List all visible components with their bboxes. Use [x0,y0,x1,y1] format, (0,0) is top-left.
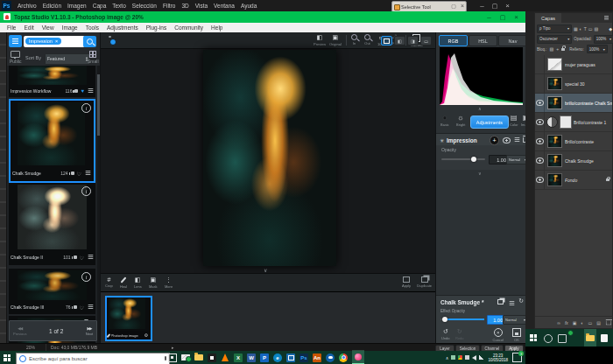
topaz-titlebar[interactable]: Topaz Studio V1.10.3 - Photoshop image @… [0,11,525,23]
zoom-in-button[interactable]: In [351,34,357,46]
tab-rgb[interactable]: RGB [439,35,468,46]
topaz-maximize-button[interactable]: ▢ [500,14,506,21]
ps-close-button[interactable]: × [505,2,510,10]
vlc-button[interactable] [221,354,229,361]
preset-item-impression-workflow[interactable]: Impression Workflow 116 ♥ [9,66,95,97]
visibility-toggle-off[interactable] [535,55,545,74]
new-group-icon[interactable]: ▭ [588,320,593,326]
view-sidebyside-button[interactable]: ◨ [407,36,419,46]
info-icon[interactable]: i [81,272,91,282]
menu-seleccion[interactable]: Selección [132,3,157,9]
onedrive-button[interactable] [326,354,335,362]
mask-tool-button[interactable]: ▣Mask [149,276,158,289]
heart-icon[interactable]: ♥ [81,88,84,94]
tray-expand-icon[interactable]: ∧ [446,355,449,360]
thumbs-up-icon[interactable] [74,305,77,309]
opacity-slider-knob[interactable] [471,157,476,162]
search-tag[interactable]: Impression × [25,38,61,45]
layer-name[interactable]: Fondo [565,178,603,183]
topaz-menu-plugins[interactable]: Plug-ins [146,24,166,31]
menu-ayuda[interactable]: Ayuda [241,3,257,9]
canvas-collapse-icon[interactable]: ∨ [264,267,267,273]
effect-slider-knob[interactable] [442,317,447,322]
impression-header[interactable]: ✳ Impression + [436,133,533,146]
topaz-menu-view[interactable]: View [42,24,54,31]
layer-style-icon[interactable]: fx [565,320,568,326]
visibility-toggle[interactable] [535,132,545,150]
layer-name[interactable]: brillo/contraste Chalk Smudge II [565,101,612,106]
topaz-taskbar-button[interactable] [352,350,364,364]
bright-tool-button[interactable]: ☼Bright [456,114,465,127]
status-arrow-icon[interactable]: ▸ [172,345,174,350]
new-layer-icon[interactable]: ▤ [596,320,601,326]
menu-3d[interactable]: 3D [181,3,188,9]
impression-collapse-icon[interactable]: ∨ [478,171,482,176]
link-layers-icon[interactable]: ∞ [557,320,560,326]
view-split-button[interactable]: ◧ [394,36,405,46]
filter-smart-icon[interactable]: ▨ [595,26,599,32]
layer-row-special-30[interactable]: special 30 [535,74,612,94]
filter-pixel-icon[interactable]: ▦ [574,26,578,32]
search-button[interactable] [83,36,96,47]
effect-copy-icon[interactable] [497,299,504,304]
visibility-toggle[interactable] [535,94,545,112]
visibility-toggle[interactable] [535,113,545,131]
blend-mode-dropdown[interactable]: Oscurecer▾ [537,35,572,44]
tab-hsl[interactable]: HSL [469,35,497,46]
start-button[interactable] [4,354,11,361]
layer-fill-dropdown[interactable]: 100%▾ [587,45,608,53]
view-dual-button[interactable]: ▭ [420,36,432,46]
menu-edicion[interactable]: Edición [43,3,61,9]
menu-texto[interactable]: Texto [112,3,126,9]
heal-tool-button[interactable]: Heal [120,276,127,289]
ps-minimize-button[interactable]: – [480,2,483,10]
menu-vista[interactable]: Vista [195,3,208,9]
topaz-menu-edit[interactable]: Edit [24,24,33,31]
preset-menu-icon[interactable] [86,171,91,172]
impression-visibility-toggle[interactable] [503,137,511,144]
excel-button[interactable]: X [234,354,243,362]
topaz-menu-image[interactable]: Image [62,24,78,31]
layer-name[interactable]: Brillo/contraste [565,139,612,144]
preset-item-chalk-smudge[interactable]: i Chalk Smudge 124 ♡ [9,99,95,183]
layer-row-chalk-smudge[interactable]: Chalk Smudge [535,151,612,171]
tray-icon-3[interactable] [465,355,469,360]
ok-button[interactable]: OK [512,328,521,342]
microphone-icon[interactable] [165,356,167,360]
network-icon[interactable] [479,355,483,360]
menu-ventana[interactable]: Ventana [214,3,235,9]
taskview-button-2[interactable] [558,334,567,343]
store-app-button[interactable] [208,354,216,362]
adjustments-button[interactable]: Adjustments [470,116,509,129]
layer-name[interactable]: Chalk Smudge [565,158,612,164]
preset-menu-icon[interactable] [88,88,94,89]
add-mask-icon[interactable]: ▣ [573,320,577,326]
topaz-menu-tools[interactable]: Tools [86,24,99,31]
visibility-toggle[interactable] [535,171,545,189]
crop-tool-button[interactable]: #Crop [105,276,113,288]
info-icon[interactable]: i [81,186,91,196]
action-center-button[interactable]: 3 [512,353,522,362]
animate-button[interactable]: An [313,354,321,362]
explorer-button-2[interactable] [584,329,596,348]
preset-search-input[interactable]: Impression × [24,36,85,47]
undo-button[interactable]: ↺Undo [441,328,450,340]
menu-archivo[interactable]: Archivo [18,3,37,9]
effect-blend-dropdown[interactable]: Normal▾ [503,315,528,325]
effect-opacity-slider[interactable] [440,318,484,320]
filter-group-icon[interactable]: ▭ [588,26,593,32]
edge-button[interactable]: e [273,354,282,362]
filmstrip-settings-icon[interactable]: ⚙ [144,332,148,338]
original-button[interactable]: ▣Original [329,34,342,46]
public-toggle[interactable]: Public [10,51,22,64]
opacity-slider[interactable] [441,158,485,160]
delete-layer-icon[interactable] [606,320,611,325]
layer-row-brillo-contraste-1[interactable]: Brillo/contraste 1 [535,113,612,132]
basic-tool-button[interactable]: ●Basic [440,114,449,127]
pagination-previous-button[interactable]: ◀◀ Previous [13,326,27,336]
chrome-button[interactable] [339,354,348,362]
preset-menu-icon[interactable] [88,304,94,305]
layer-opacity-dropdown[interactable]: 100%▾ [594,35,613,44]
new-adjustment-icon[interactable]: ◐ [581,320,584,326]
edit-pencil-icon[interactable] [107,333,110,338]
